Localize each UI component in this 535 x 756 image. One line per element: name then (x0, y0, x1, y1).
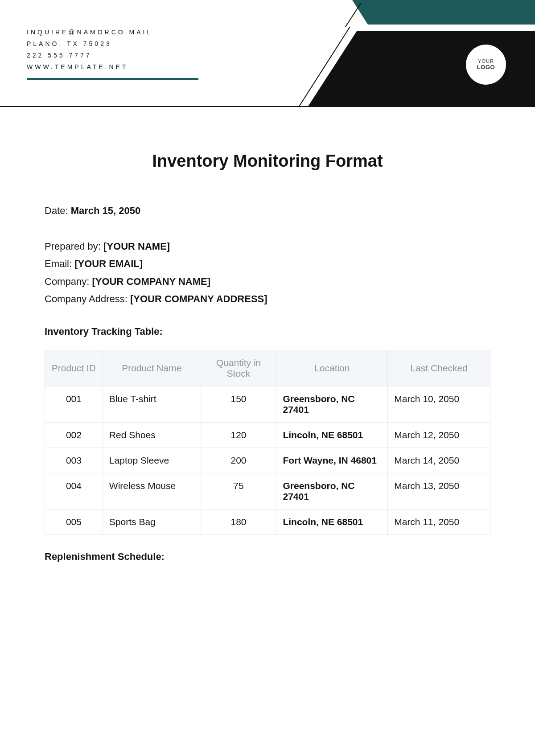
prepared-by-value: [YOUR NAME] (103, 241, 170, 252)
company-value: [YOUR COMPANY NAME] (92, 276, 210, 287)
date-value: March 15, 2050 (71, 205, 141, 216)
cell-product-id: 001 (45, 386, 103, 422)
cell-product-id: 003 (45, 448, 103, 473)
cell-quantity: 200 (201, 448, 276, 473)
cell-location: Lincoln, NE 68501 (276, 509, 388, 534)
th-product-id: Product ID (45, 350, 103, 386)
th-location: Location (276, 350, 388, 386)
table-row: 001Blue T-shirt150Greensboro, NC 27401Ma… (45, 386, 490, 422)
email-label: Email: (45, 258, 74, 269)
contact-email: INQUIRE@NAMORCO.MAIL (27, 27, 152, 38)
table-row: 004Wireless Mouse75Greensboro, NC 27401M… (45, 473, 490, 509)
cell-last-checked: March 10, 2050 (388, 386, 490, 422)
cell-product-name: Blue T-shirt (103, 386, 201, 422)
contact-website: WWW.TEMPLATE.NET (27, 62, 152, 73)
th-last-checked: Last Checked (388, 350, 490, 386)
th-product-name: Product Name (103, 350, 201, 386)
logo-placeholder: YOUR LOGO (466, 45, 506, 85)
svg-marker-0 (352, 0, 535, 25)
cell-last-checked: March 12, 2050 (388, 422, 490, 448)
cell-product-name: Sports Bag (103, 509, 201, 534)
inventory-table: Product ID Product Name Quantity in Stoc… (45, 350, 490, 535)
cell-location: Greensboro, NC 27401 (276, 386, 388, 422)
logo-text-line1: YOUR (478, 58, 494, 64)
cell-quantity: 75 (201, 473, 276, 509)
th-quantity: Quantity in Stock (201, 350, 276, 386)
contact-address: PLANO, TX 75023 (27, 38, 152, 50)
svg-line-2 (299, 27, 350, 107)
cell-quantity: 150 (201, 386, 276, 422)
cell-last-checked: March 11, 2050 (388, 509, 490, 534)
cell-location: Lincoln, NE 68501 (276, 422, 388, 448)
document-body: Inventory Monitoring Format Date: March … (0, 107, 535, 563)
email-value: [YOUR EMAIL] (74, 258, 143, 269)
inventory-section-label: Inventory Tracking Table: (45, 326, 490, 337)
date-label: Date: (45, 205, 71, 216)
cell-quantity: 180 (201, 509, 276, 534)
date-block: Date: March 15, 2050 (45, 202, 490, 220)
address-label: Company Address: (45, 293, 130, 304)
table-row: 003Laptop Sleeve200Fort Wayne, IN 46801M… (45, 448, 490, 473)
company-label: Company: (45, 276, 92, 287)
cell-quantity: 120 (201, 422, 276, 448)
cell-product-name: Laptop Sleeve (103, 448, 201, 473)
cell-location: Greensboro, NC 27401 (276, 473, 388, 509)
cell-product-name: Red Shoes (103, 422, 201, 448)
svg-line-3 (346, 3, 361, 27)
prepared-by-label: Prepared by: (45, 241, 103, 252)
contact-phone: 222 555 7777 (27, 50, 152, 62)
replenishment-section-label: Replenishment Schedule: (45, 551, 490, 563)
cell-last-checked: March 13, 2050 (388, 473, 490, 509)
prepared-by-block: Prepared by: [YOUR NAME] Email: [YOUR EM… (45, 238, 490, 308)
contact-info: INQUIRE@NAMORCO.MAIL PLANO, TX 75023 222… (27, 27, 152, 73)
page-title: Inventory Monitoring Format (45, 152, 490, 171)
table-header-row: Product ID Product Name Quantity in Stoc… (45, 350, 490, 386)
contact-underline (27, 78, 198, 80)
address-value: [YOUR COMPANY ADDRESS] (130, 293, 268, 304)
cell-product-id: 004 (45, 473, 103, 509)
cell-product-id: 002 (45, 422, 103, 448)
letterhead-header: INQUIRE@NAMORCO.MAIL PLANO, TX 75023 222… (0, 0, 535, 107)
table-row: 005Sports Bag180Lincoln, NE 68501March 1… (45, 509, 490, 534)
logo-text-line2: LOGO (477, 64, 495, 71)
cell-product-id: 005 (45, 509, 103, 534)
cell-last-checked: March 14, 2050 (388, 448, 490, 473)
cell-location: Fort Wayne, IN 46801 (276, 448, 388, 473)
inventory-tbody: 001Blue T-shirt150Greensboro, NC 27401Ma… (45, 386, 490, 534)
table-row: 002Red Shoes120Lincoln, NE 68501March 12… (45, 422, 490, 448)
cell-product-name: Wireless Mouse (103, 473, 201, 509)
